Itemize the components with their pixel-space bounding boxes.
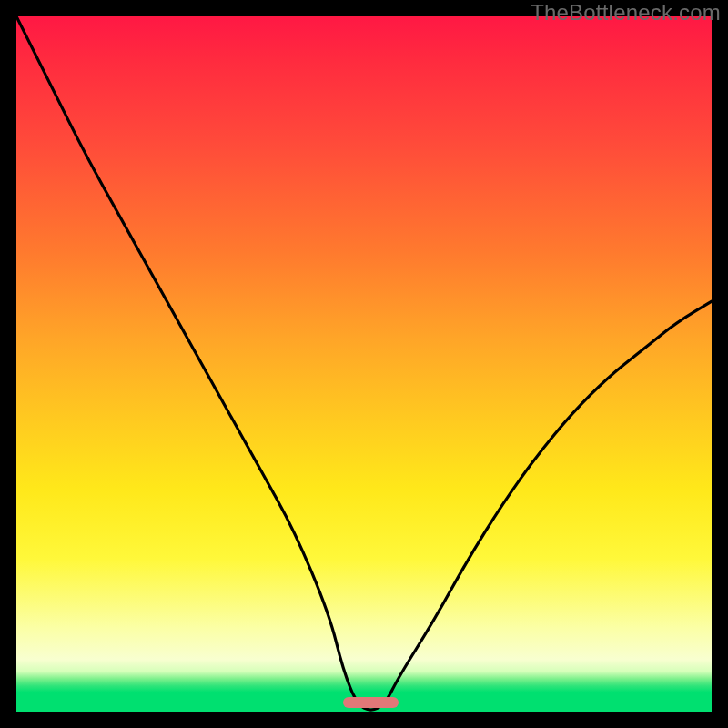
minimum-marker bbox=[343, 697, 399, 708]
bottleneck-curve bbox=[16, 16, 712, 712]
plot-area bbox=[16, 16, 712, 712]
bottleneck-chart: TheBottleneck.com bbox=[0, 0, 728, 728]
attribution-label: TheBottleneck.com bbox=[531, 0, 721, 25]
